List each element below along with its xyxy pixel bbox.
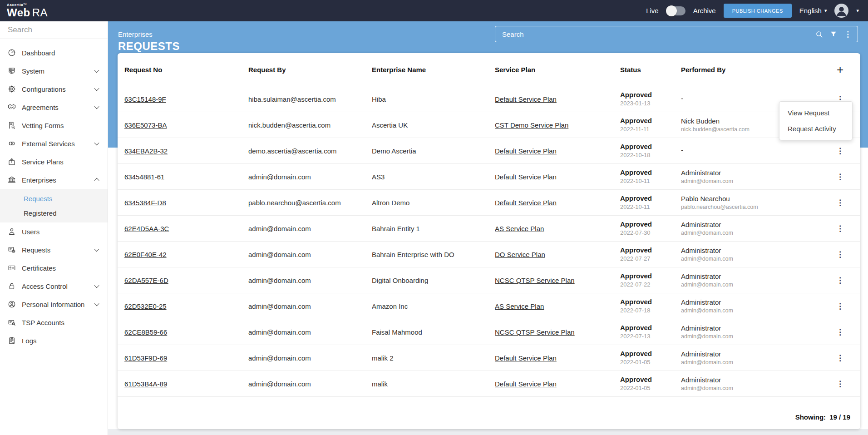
bank-icon [8, 176, 16, 184]
person-icon [834, 4, 848, 18]
row-actions-kebab-icon[interactable]: ⋮ [836, 225, 844, 232]
request-no-link[interactable]: 634EBA2B-32 [124, 147, 168, 155]
service-plan-link[interactable]: AS Service Plan [495, 302, 544, 310]
language-selector[interactable]: English ▾ [799, 7, 827, 15]
column-header-performed-by[interactable]: Performed By [681, 66, 824, 74]
sidebar-item-personal-information[interactable]: Personal Information [0, 295, 108, 313]
document-search-icon [8, 121, 16, 129]
row-actions-kebab-icon[interactable]: ⋮ [836, 199, 844, 207]
column-header-request-by[interactable]: Request By [248, 66, 372, 74]
request-no-link[interactable]: 61D53F9D-69 [124, 354, 167, 362]
request-no-link[interactable]: 63454881-61 [124, 173, 164, 181]
status-text: Approved [620, 298, 676, 306]
performed-by-email: admin@domain.com [681, 178, 820, 184]
status-date: 2022-07-30 [620, 230, 676, 237]
sidebar-item-users[interactable]: Users [0, 222, 108, 241]
app-logo: Ascertia™ WebRA [0, 3, 48, 18]
brand-web: Web [7, 6, 30, 19]
performed-by-name: Administrator [681, 169, 820, 177]
row-actions-kebab-icon[interactable]: ⋮ [836, 147, 844, 155]
filter-icon[interactable] [830, 30, 837, 38]
status-text: Approved [620, 324, 676, 331]
table-row: 636E5073-BA nick.budden@ascertia.com Asc… [118, 112, 860, 138]
request-by-cell: demo.ascertia@ascertia.com [248, 147, 372, 155]
sidebar-item-label: Configurations [22, 85, 66, 93]
sidebar-item-certificates[interactable]: Certificates [0, 259, 108, 277]
request-by-cell: admin@domain.com [248, 354, 372, 362]
add-request-button[interactable]: + [837, 64, 843, 75]
row-actions-kebab-icon[interactable]: ⋮ [836, 328, 844, 336]
row-actions-kebab-icon[interactable]: ⋮ [836, 173, 844, 181]
request-no-link[interactable]: 6345384F-D8 [124, 199, 166, 207]
context-menu-request-activity[interactable]: Request Activity [779, 121, 852, 137]
row-actions-kebab-icon[interactable]: ⋮ [836, 251, 844, 258]
sidebar-item-access-control[interactable]: Access Control [0, 277, 108, 295]
request-no-link[interactable]: 62D532E0-25 [124, 302, 167, 310]
sidebar-item-external-services[interactable]: External Services [0, 134, 108, 153]
status-text: Approved [620, 168, 676, 176]
enterprise-name-cell: Digital Onboarding [372, 277, 495, 284]
toggle-knob[interactable] [666, 5, 677, 16]
service-plan-link[interactable]: Default Service Plan [495, 199, 557, 207]
row-actions-kebab-icon[interactable]: ⋮ [836, 354, 844, 362]
publish-changes-button[interactable]: PUBLISH CHANGES [724, 4, 792, 18]
performed-by-email: admin@domain.com [681, 282, 820, 288]
enterprise-name-cell: Ascertia UK [372, 121, 495, 129]
sidebar-item-vetting-forms[interactable]: Vetting Forms [0, 116, 108, 134]
status-date: 2023-01-13 [620, 100, 676, 107]
service-plan-link[interactable]: NCSC QTSP Service Plan [495, 328, 575, 336]
chevron-down-icon [94, 68, 99, 73]
row-actions-kebab-icon[interactable]: ⋮ [836, 302, 844, 310]
table-search-input[interactable] [501, 30, 815, 39]
request-no-link[interactable]: 61D53B4A-89 [124, 380, 167, 388]
sidebar-item-system[interactable]: System [0, 62, 108, 80]
request-no-link[interactable]: 62E4D5AA-3C [124, 225, 169, 232]
column-header-service-plan[interactable]: Service Plan [495, 66, 620, 74]
sidebar-search-input[interactable] [7, 25, 109, 35]
sidebar-item-service-plans[interactable]: Service Plans [0, 153, 108, 171]
sidebar-item-requests[interactable]: Requests [0, 241, 108, 259]
account-menu-chevron-icon[interactable]: ▾ [856, 8, 859, 13]
sidebar-item-enterprises[interactable]: Enterprises [0, 171, 108, 189]
search-options-kebab-icon[interactable]: ⋮ [844, 30, 852, 38]
sidebar-item-logs[interactable]: Logs [0, 331, 108, 350]
column-header-enterprise-name[interactable]: Enterprise Name [372, 66, 495, 74]
horizontal-scrollbar[interactable] [108, 429, 868, 435]
sidebar-subitem-requests[interactable]: Requests [0, 191, 108, 206]
sidebar-item-agreements[interactable]: Agreements [0, 98, 108, 116]
service-plan-link[interactable]: AS Service Plan [495, 225, 544, 232]
request-no-link[interactable]: 636E5073-BA [124, 121, 167, 129]
sidebar-item-dashboard[interactable]: Dashboard [0, 44, 108, 62]
column-header-status[interactable]: Status [620, 66, 681, 74]
requests-table-card: Request No Request By Enterprise Name Se… [118, 53, 860, 429]
sidebar-item-tsp-accounts[interactable]: TSP Accounts [0, 313, 108, 331]
user-avatar[interactable] [834, 4, 848, 18]
service-plan-link[interactable]: Default Service Plan [495, 95, 557, 103]
row-actions-kebab-icon[interactable]: ⋮ [836, 277, 844, 284]
table-row: 61D53B4A-89 admin@domain.com malik Defau… [118, 371, 860, 397]
table-row: 63C15148-9F hiba.sulaiman@ascertia.com H… [118, 86, 860, 112]
request-by-cell: admin@domain.com [248, 302, 372, 310]
row-actions-kebab-icon[interactable]: ⋮ [836, 380, 844, 388]
service-plan-link[interactable]: Default Service Plan [495, 173, 557, 181]
sidebar: Dashboard System Configurations Agreemen… [0, 21, 108, 435]
service-plan-link[interactable]: CST Demo Service Plan [495, 121, 568, 129]
status-date: 2022-11-11 [620, 126, 676, 133]
request-no-link[interactable]: 62E0F40E-42 [124, 251, 167, 258]
service-plan-link[interactable]: Default Service Plan [495, 380, 557, 388]
live-archive-toggle[interactable] [666, 6, 686, 15]
sidebar-subitem-registered[interactable]: Registered [0, 206, 108, 220]
server-icon [8, 67, 16, 75]
service-plan-link[interactable]: DO Service Plan [495, 251, 545, 258]
context-menu-view-request[interactable]: View Request [779, 105, 852, 121]
status-text: Approved [620, 117, 676, 124]
search-icon[interactable] [815, 30, 823, 38]
request-no-link[interactable]: 62DA557E-6D [124, 277, 168, 284]
service-plan-link[interactable]: NCSC QTSP Service Plan [495, 277, 575, 284]
service-plan-link[interactable]: Default Service Plan [495, 147, 557, 155]
column-header-request-no[interactable]: Request No [124, 66, 248, 74]
sidebar-item-configurations[interactable]: Configurations [0, 80, 108, 98]
request-no-link[interactable]: 63C15148-9F [124, 95, 166, 103]
service-plan-link[interactable]: Default Service Plan [495, 354, 557, 362]
request-no-link[interactable]: 62CE8B59-66 [124, 328, 167, 336]
